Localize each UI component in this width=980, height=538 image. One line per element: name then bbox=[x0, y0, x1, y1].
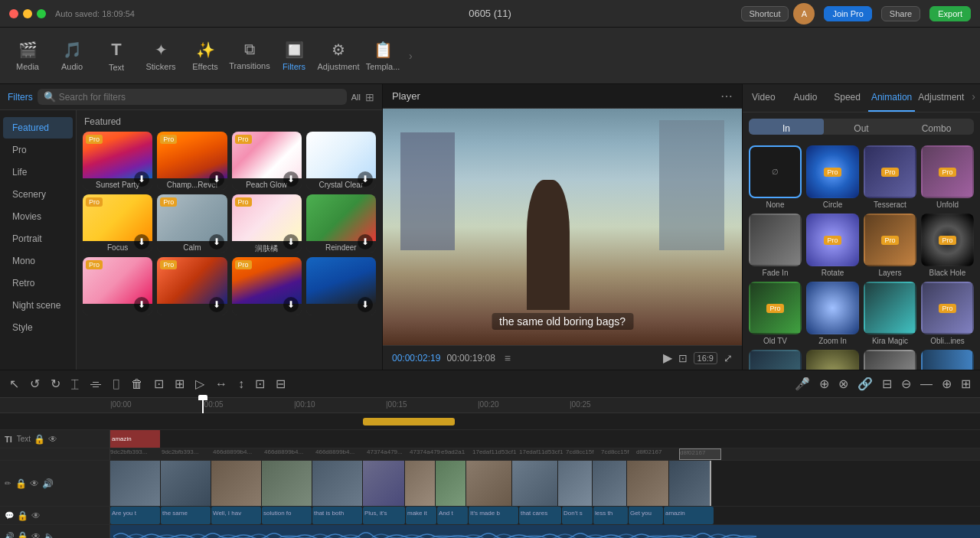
filter-card-runfu[interactable]: Pro ⬇ 润肤橘 bbox=[232, 194, 302, 253]
zoom-in-tool[interactable]: ⊕ bbox=[939, 373, 955, 394]
filter-card-reindeer[interactable]: ⬇ Reindeer bbox=[306, 194, 376, 253]
filter-nav-pro[interactable]: Pro bbox=[3, 139, 73, 161]
tab-animation[interactable]: Animation bbox=[868, 84, 915, 112]
filter-card-champ[interactable]: Pro ⬇ Champ...Revel bbox=[157, 132, 227, 190]
subtitle2-clip[interactable]: Don't s bbox=[562, 507, 593, 524]
tool-templates[interactable]: 📋 Templa... bbox=[361, 32, 404, 80]
filter-options-icon[interactable]: ⊞ bbox=[365, 91, 374, 103]
vid-thumb[interactable] bbox=[405, 461, 436, 506]
anim-card-layers[interactable]: Pro Layers bbox=[864, 214, 916, 277]
audio-join-tool[interactable]: ⊕ bbox=[816, 373, 832, 394]
subtitle2-clip[interactable]: amazin bbox=[664, 507, 714, 524]
split3-tool[interactable]: ⌷ bbox=[109, 374, 123, 394]
tool-audio[interactable]: 🎵 Audio bbox=[51, 32, 93, 80]
search-input[interactable] bbox=[59, 92, 341, 103]
close-button[interactable] bbox=[9, 9, 18, 18]
filter-card-dusk2[interactable]: Pro ⬇ bbox=[232, 257, 302, 315]
download-icon[interactable]: ⬇ bbox=[358, 297, 373, 312]
vid-thumb[interactable] bbox=[363, 461, 405, 506]
anim-card-assemble[interactable]: Pro Assemble bbox=[806, 350, 859, 370]
eye-icon[interactable]: 👁 bbox=[31, 510, 41, 521]
tab-speed[interactable]: Speed bbox=[826, 84, 868, 112]
filter-nav-mono[interactable]: Mono bbox=[3, 250, 73, 272]
vid-thumb[interactable] bbox=[512, 461, 558, 506]
link-tool[interactable]: 🔗 bbox=[854, 373, 876, 394]
delete-tool[interactable]: 🗑 bbox=[128, 374, 146, 394]
chapters-icon[interactable]: ≡ bbox=[505, 352, 511, 364]
subtitle2-clip[interactable]: the same bbox=[161, 507, 211, 524]
filter-nav-life[interactable]: Life bbox=[3, 161, 73, 183]
subtitle2-clip[interactable]: Get you bbox=[629, 507, 663, 524]
crop-tool[interactable]: ⊡ bbox=[252, 373, 268, 394]
audio-icon[interactable]: 🔊 bbox=[42, 478, 54, 489]
subtitle-clip[interactable]: amazin bbox=[110, 430, 160, 448]
anim-card-circle[interactable]: Pro Circle bbox=[806, 145, 859, 209]
undo-tool[interactable]: ↺ bbox=[27, 373, 43, 394]
subtitle2-clip[interactable]: And t bbox=[437, 507, 468, 524]
tool-stickers[interactable]: ✦ Stickers bbox=[139, 32, 182, 80]
eye-icon[interactable]: 👁 bbox=[48, 434, 57, 445]
vid-thumb[interactable] bbox=[558, 461, 593, 506]
vid-thumb[interactable] bbox=[593, 461, 627, 506]
filter-nav-night[interactable]: Night scene bbox=[3, 295, 73, 316]
anim-card-fadein[interactable]: Fade In bbox=[749, 214, 802, 277]
copy-tool[interactable]: ⊞ bbox=[172, 373, 188, 394]
detach-tool[interactable]: ⊡ bbox=[151, 373, 167, 394]
subtitle2-clip[interactable]: It's made b bbox=[469, 507, 518, 524]
vid-thumb-selected[interactable] bbox=[669, 461, 711, 506]
subtitle2-clip[interactable]: less th bbox=[593, 507, 628, 524]
tab-adjustment[interactable]: Adjustment bbox=[915, 84, 967, 112]
tool-text[interactable]: T Text bbox=[95, 32, 138, 80]
split2-tool[interactable]: ⌯ bbox=[87, 374, 105, 394]
export-button[interactable]: Export bbox=[929, 6, 971, 21]
download-icon[interactable]: ⬇ bbox=[358, 234, 373, 249]
subtitle2-clip[interactable]: make it bbox=[406, 507, 436, 524]
eye-icon[interactable]: 👁 bbox=[31, 531, 41, 539]
vid-thumb[interactable] bbox=[262, 461, 312, 506]
subtitle2-clip[interactable]: Plus, it's bbox=[363, 507, 405, 524]
subtitle2-clip[interactable]: Are you t bbox=[110, 507, 160, 524]
lock-icon[interactable]: 🔒 bbox=[17, 510, 28, 521]
vid-thumb[interactable] bbox=[627, 461, 669, 506]
player-menu-icon[interactable]: ⋯ bbox=[720, 89, 733, 103]
vid-thumb[interactable] bbox=[211, 461, 262, 506]
fit-tool[interactable]: ⊞ bbox=[958, 373, 974, 394]
mic-tool[interactable]: 🎤 bbox=[792, 373, 813, 394]
download-icon[interactable]: ⬇ bbox=[358, 171, 373, 187]
lock-icon[interactable]: 🔒 bbox=[34, 434, 45, 445]
redo-tool[interactable]: ↻ bbox=[47, 373, 64, 394]
zoom-slider[interactable]: — bbox=[917, 374, 936, 394]
play-button[interactable]: ▶ bbox=[663, 351, 672, 365]
anim-card-slideright[interactable]: ⬇ Slide Right bbox=[921, 350, 974, 370]
filter-nav-scenery[interactable]: Scenery bbox=[3, 184, 73, 205]
filter-card-portrait1[interactable]: Pro ⬇ bbox=[83, 257, 152, 315]
vid-thumb[interactable] bbox=[312, 461, 363, 506]
download-icon[interactable]: ⬇ bbox=[209, 171, 224, 187]
minimize-button[interactable] bbox=[23, 9, 32, 18]
anim-card-swoosh[interactable]: Pro Swoosh bbox=[749, 350, 802, 370]
anim-card-rotating[interactable]: Pro Rota...ning bbox=[864, 350, 916, 370]
fit-icon[interactable]: ⊡ bbox=[678, 352, 688, 364]
vid-thumb[interactable] bbox=[466, 461, 512, 506]
play-tool[interactable]: ▷ bbox=[192, 373, 207, 394]
split-tool[interactable]: ⌶ bbox=[68, 374, 82, 394]
filter-card-crystal[interactable]: ⬇ Crystal Clear bbox=[306, 132, 376, 190]
anim-card-zoomin[interactable]: Zoom In bbox=[806, 282, 859, 345]
filter-card-calm[interactable]: Pro ⬇ Calm bbox=[157, 194, 227, 253]
flip-v-tool[interactable]: ↕ bbox=[235, 374, 247, 394]
tool-adjustment[interactable]: ⚙ Adjustment bbox=[317, 32, 360, 80]
subtitle2-clip[interactable]: solution fo bbox=[262, 507, 312, 524]
tool-transitions[interactable]: ⧉ Transitions bbox=[228, 32, 271, 80]
toolbar-expand-icon[interactable]: › bbox=[409, 50, 413, 62]
user-avatar[interactable]: A bbox=[793, 3, 815, 24]
volume-icon[interactable]: 🔈 bbox=[44, 531, 55, 539]
vid-thumb[interactable] bbox=[161, 461, 211, 506]
anim-card-rotate[interactable]: Pro Rotate bbox=[806, 214, 859, 277]
maximize-button[interactable] bbox=[37, 9, 46, 18]
anim-card-none[interactable]: ∅ None bbox=[749, 145, 802, 209]
filter-card-sunset-party[interactable]: Pro ⬇ Sunset Party bbox=[83, 132, 152, 190]
tool-filters[interactable]: 🔲 Filters bbox=[273, 32, 315, 80]
flip-h-tool[interactable]: ↔ bbox=[212, 374, 230, 394]
share-button[interactable]: Share bbox=[881, 6, 920, 21]
anim-card-kiramagic[interactable]: Kira Magic bbox=[864, 282, 916, 345]
